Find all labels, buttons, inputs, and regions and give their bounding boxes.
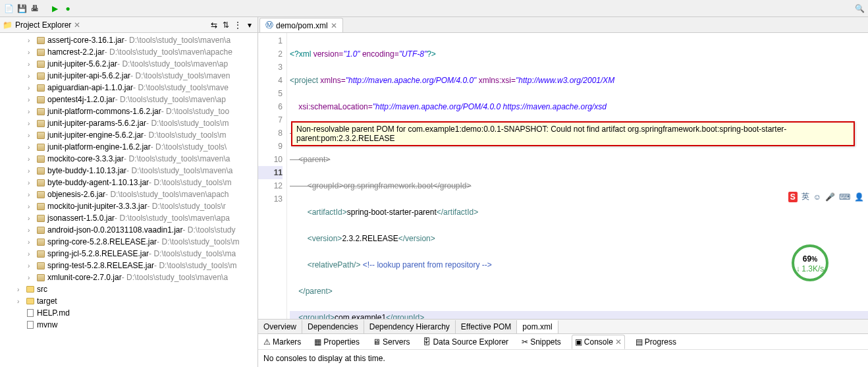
tree-item-folder[interactable]: ›src bbox=[0, 283, 258, 295]
view-tab-icon: ✂ bbox=[522, 337, 528, 347]
editor-bottom-tab[interactable]: Dependency Hierarchy bbox=[364, 320, 456, 333]
run-icon[interactable]: ● bbox=[62, 3, 74, 14]
editor-bottom-tab[interactable]: pom.xml bbox=[517, 320, 558, 333]
code-area[interactable]: <?xml version="1.0" encoding="UTF-8"?> <… bbox=[287, 33, 868, 319]
code-text: <relativePath/> bbox=[308, 260, 361, 269]
menu-icon[interactable]: ▾ bbox=[244, 20, 255, 30]
speed-ring[interactable]: 69% ↓ 1.3K/s bbox=[792, 244, 828, 281]
tree-item-jar[interactable]: ›mockito-core-3.3.3.jar - D:\tools\study… bbox=[0, 153, 258, 165]
tree-item-folder[interactable]: ›target bbox=[0, 295, 258, 307]
search-icon[interactable]: 🔍 bbox=[854, 3, 865, 14]
code-text: <groupId> bbox=[298, 313, 335, 319]
error-tooltip: Non-resolvable parent POM for com.exampl… bbox=[291, 121, 855, 146]
view-tab-icon: ▣ bbox=[575, 337, 582, 347]
debug-icon[interactable]: ▶ bbox=[49, 3, 61, 14]
code-text: ?> bbox=[427, 49, 436, 59]
tree-item-jar[interactable]: ›hamcrest-2.2.jar - D:\tools\study_tools… bbox=[0, 46, 258, 58]
tree-item-jar[interactable]: ›objenesis-2.6.jar - D:\tools\study_tool… bbox=[0, 188, 258, 200]
view-tab-icon: ▦ bbox=[314, 337, 321, 347]
main-toolbar: 📄 💾 🖶 ▶ ● 🔍 bbox=[0, 0, 868, 17]
close-icon[interactable]: ✕ bbox=[74, 20, 80, 30]
code-text: <artifactId> bbox=[308, 208, 347, 217]
code-text: "1.0" bbox=[343, 49, 360, 59]
tree-item-file[interactable]: HELP.md bbox=[0, 307, 258, 319]
editor-bottom-tab[interactable]: Effective POM bbox=[456, 320, 517, 333]
tree-item-jar[interactable]: ›opentest4j-1.2.0.jar - D:\tools\study_t… bbox=[0, 94, 258, 105]
tree-item-jar[interactable]: ›junit-jupiter-params-5.6.2.jar - D:\too… bbox=[0, 117, 258, 129]
editor-area: Ⓜ demo/pom.xml ✕ 12345678910111213 <?xml… bbox=[258, 17, 868, 367]
tree-item-jar[interactable]: ›xmlunit-core-2.7.0.jar - D:\tools\study… bbox=[0, 271, 258, 283]
views-area: ⚠Markers▦Properties🖥Servers🗄Data Source … bbox=[258, 333, 868, 367]
tree-item-jar[interactable]: ›junit-jupiter-5.6.2.jar - D:\tools\stud… bbox=[0, 58, 258, 70]
code-text: spring-boot-starter-parent bbox=[347, 208, 437, 217]
line-number: 11 bbox=[258, 166, 283, 179]
toolbar-icon[interactable]: 🖶 bbox=[29, 3, 41, 14]
toolbar-icon[interactable]: 📄 bbox=[3, 3, 14, 14]
tree-item-jar[interactable]: ›assertj-core-3.16.1.jar - D:\tools\stud… bbox=[0, 34, 258, 46]
line-number: 5 bbox=[258, 87, 283, 100]
main-area: 📁 Project Explorer ✕ ⇆ ⇅ ⋮ ▾ ›assertj-co… bbox=[0, 17, 868, 367]
view-tab-console[interactable]: ▣Console ✕ bbox=[572, 335, 625, 349]
editor-tab-pom[interactable]: Ⓜ demo/pom.xml ✕ bbox=[259, 18, 343, 32]
code-text: </parent> bbox=[298, 287, 332, 296]
collapse-all-icon[interactable]: ⇆ bbox=[209, 20, 219, 30]
down-arrow-icon: ↓ bbox=[796, 264, 800, 273]
filter-icon[interactable]: ⋮ bbox=[232, 20, 243, 30]
code-text: <version> bbox=[308, 234, 342, 243]
line-gutter: 12345678910111213 bbox=[258, 33, 287, 319]
explorer-header: 📁 Project Explorer ✕ ⇆ ⇅ ⋮ ▾ bbox=[0, 17, 258, 33]
view-tab-data-source-explorer[interactable]: 🗄Data Source Explorer bbox=[420, 337, 511, 347]
line-number: 1 bbox=[258, 34, 283, 47]
ime-bar: S 英 ☺ 🎤 ⌨ 👤 bbox=[788, 191, 864, 202]
ime-lang[interactable]: 英 bbox=[801, 191, 809, 202]
tree-item-jar[interactable]: ›spring-jcl-5.2.8.RELEASE.jar - D:\tools… bbox=[0, 248, 258, 260]
editor-bottom-tab[interactable]: Dependencies bbox=[302, 320, 364, 333]
tree-item-jar[interactable]: ›spring-core-5.2.8.RELEASE.jar - D:\tool… bbox=[0, 236, 258, 248]
code-text: xmlns:xsi= bbox=[476, 76, 516, 85]
person-icon[interactable]: 👤 bbox=[854, 192, 864, 202]
close-icon[interactable]: ✕ bbox=[615, 337, 622, 347]
mic-icon[interactable]: 🎤 bbox=[825, 192, 835, 202]
view-tab-snippets[interactable]: ✂Snippets bbox=[519, 337, 564, 347]
toolbar-icon[interactable]: 💾 bbox=[16, 3, 28, 14]
code-text: </version> bbox=[398, 234, 435, 243]
line-number: 2 bbox=[258, 47, 283, 61]
view-tab-properties[interactable]: ▦Properties bbox=[312, 337, 362, 347]
line-number: 9 bbox=[258, 140, 283, 153]
tree-item-jar[interactable]: ›byte-buddy-agent-1.10.13.jar - D:\tools… bbox=[0, 177, 258, 188]
tree-item-jar[interactable]: ›jsonassert-1.5.0.jar - D:\tools\study_t… bbox=[0, 212, 258, 224]
code-text: <parent> bbox=[290, 155, 330, 164]
code-text: encoding= bbox=[360, 49, 399, 59]
speed-unit: % bbox=[811, 256, 817, 263]
view-tab-progress[interactable]: ▤Progress bbox=[633, 337, 679, 347]
tree-item-jar[interactable]: ›spring-test-5.2.8.RELEASE.jar - D:\tool… bbox=[0, 260, 258, 271]
speed-rate: 1.3K/s bbox=[801, 264, 824, 273]
line-number: 12 bbox=[258, 179, 283, 192]
tree-item-jar[interactable]: ›apiguardian-api-1.1.0.jar - D:\tools\st… bbox=[0, 82, 258, 94]
speed-gadget: 69% ↓ 1.3K/s bbox=[792, 244, 828, 281]
editor-bottom-tabs: OverviewDependenciesDependency Hierarchy… bbox=[258, 319, 868, 333]
tree-item-jar[interactable]: ›junit-jupiter-engine-5.6.2.jar - D:\too… bbox=[0, 129, 258, 141]
line-number: 8 bbox=[258, 127, 283, 140]
line-number: 3 bbox=[258, 61, 283, 74]
code-text: "UTF-8" bbox=[399, 49, 427, 59]
view-tab-markers[interactable]: ⚠Markers bbox=[261, 337, 304, 347]
editor-bottom-tab[interactable]: Overview bbox=[258, 320, 302, 333]
tree-item-jar[interactable]: ›junit-platform-commons-1.6.2.jar - D:\t… bbox=[0, 105, 258, 117]
close-icon[interactable]: ✕ bbox=[331, 21, 337, 30]
emoji-icon[interactable]: ☺ bbox=[813, 192, 821, 202]
tree-item-file[interactable]: mvnw bbox=[0, 319, 258, 331]
tree-item-jar[interactable]: ›mockito-junit-jupiter-3.3.3.jar - D:\to… bbox=[0, 200, 258, 212]
editor-body: 12345678910111213 <?xml version="1.0" en… bbox=[258, 33, 868, 319]
tree-item-jar[interactable]: ›junit-platform-engine-1.6.2.jar - D:\to… bbox=[0, 141, 258, 153]
speed-value: 69 bbox=[803, 254, 811, 264]
link-editor-icon[interactable]: ⇅ bbox=[221, 20, 231, 30]
explorer-tree[interactable]: ›assertj-core-3.16.1.jar - D:\tools\stud… bbox=[0, 33, 258, 367]
code-text: version= bbox=[313, 49, 344, 59]
tree-item-jar[interactable]: ›junit-jupiter-api-5.6.2.jar - D:\tools\… bbox=[0, 70, 258, 82]
keyboard-icon[interactable]: ⌨ bbox=[839, 192, 850, 202]
view-tab-servers[interactable]: 🖥Servers bbox=[370, 337, 412, 347]
ime-logo-icon[interactable]: S bbox=[788, 192, 798, 202]
tree-item-jar[interactable]: ›byte-buddy-1.10.13.jar - D:\tools\study… bbox=[0, 165, 258, 177]
tree-item-jar[interactable]: ›android-json-0.0.20131108.vaadin1.jar -… bbox=[0, 224, 258, 236]
